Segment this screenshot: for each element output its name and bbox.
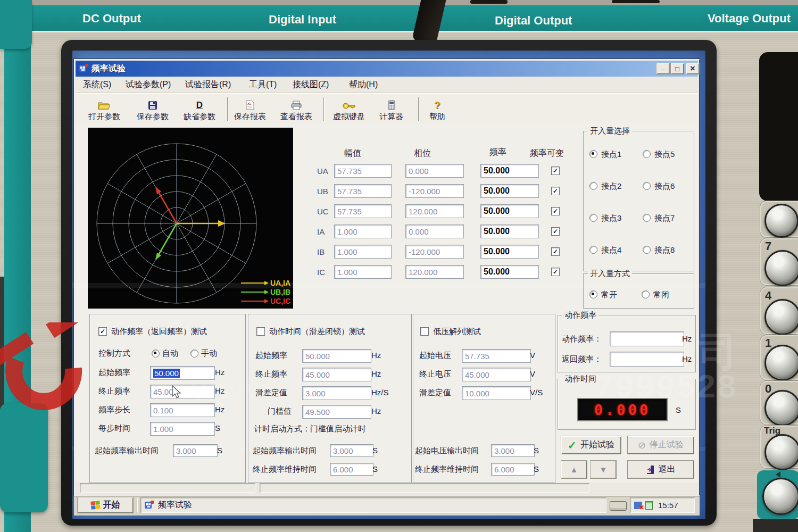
tt-start-freq-field[interactable]: 50.000 (302, 349, 371, 363)
row-label-uc: UC (317, 207, 329, 216)
toolbar-save-report[interactable]: XL 保存报表 (229, 96, 271, 122)
vt-start-volt-field[interactable]: 57.735 (462, 349, 531, 363)
printer-icon (290, 101, 302, 110)
ua-phase-field[interactable]: 0.000 (405, 164, 464, 178)
toolbar-help[interactable]: ? 帮助 (421, 96, 453, 122)
step-time-field[interactable]: 1.000 (150, 422, 215, 436)
vt-slip-field[interactable]: 10.000 (462, 386, 531, 400)
contact3-radio[interactable] (589, 214, 597, 222)
ic-freq-variable-checkbox[interactable]: ✓ (551, 268, 560, 276)
close-button[interactable]: × (686, 63, 699, 74)
toolbar-label: 保存参数 (137, 112, 169, 122)
uc-phase-field[interactable]: 120.000 (405, 204, 464, 218)
ia-phase-field[interactable]: 0.000 (405, 225, 464, 238)
value: 45.000 (465, 370, 489, 379)
timer-start-note: 计时启动方式：门槛值启动计时 (254, 424, 366, 434)
normally-open-radio[interactable] (589, 290, 597, 298)
toolbar-default-params[interactable]: D 缺省参数 (179, 96, 220, 122)
manual-radio[interactable] (190, 350, 198, 358)
contact5-radio[interactable] (643, 150, 651, 158)
menu-wiring-diagram[interactable]: 接线图(Z) (289, 77, 332, 93)
ib-frequency-field[interactable]: 50.000 (480, 245, 539, 259)
return-freq-unit: Hz (682, 354, 692, 363)
toolbar-calculator[interactable]: 计算器 (373, 96, 410, 122)
toolbar-virtual-keyboard[interactable]: 虚拟键盘 (328, 96, 370, 122)
menu-help[interactable]: 帮助(H) (346, 77, 381, 93)
exit-button[interactable]: 退出 (628, 461, 694, 478)
voltage-test-checkbox[interactable] (420, 327, 429, 336)
contact8-radio[interactable] (643, 246, 651, 254)
value: 0.000 (409, 167, 429, 176)
ua-amplitude-field[interactable]: 57.735 (334, 164, 392, 178)
toolbar-view-report[interactable]: 查看报表 (276, 96, 317, 122)
start-button[interactable]: 开始 (78, 497, 133, 513)
ub-frequency-field[interactable]: 50.000 (480, 184, 539, 198)
return-freq-field[interactable] (610, 352, 684, 367)
tt-hold-time-field[interactable]: 6.000 (330, 463, 373, 476)
knob-7[interactable] (764, 250, 798, 286)
ua-freq-variable-checkbox[interactable]: ✓ (551, 167, 560, 175)
auto-radio[interactable] (152, 350, 160, 358)
menu-test-report[interactable]: 试验报告(R) (182, 77, 234, 93)
tt-slip-unit: Hz/S (371, 388, 389, 397)
tt-end-freq-field[interactable]: 45.000 (302, 368, 371, 381)
start-test-button[interactable]: ✓ 开始试验 (561, 436, 621, 454)
knob-teal[interactable] (762, 478, 798, 515)
uc-frequency-field[interactable]: 50.000 (480, 204, 539, 218)
keyboard-tray-icon[interactable] (610, 501, 627, 511)
maximize-button[interactable]: □ (671, 63, 684, 74)
ic-phase-field[interactable]: 120.000 (405, 265, 464, 279)
ib-freq-variable-checkbox[interactable]: ✓ (551, 247, 560, 256)
network-error-icon[interactable]: ✕ (634, 502, 642, 509)
uc-freq-variable-checkbox[interactable]: ✓ (551, 207, 560, 215)
contact6-radio[interactable] (643, 182, 651, 190)
ub-phase-field[interactable]: -120.000 (405, 184, 464, 198)
ub-freq-variable-checkbox[interactable]: ✓ (551, 187, 560, 195)
value: 50.000 (484, 227, 510, 236)
taskbar-task-item[interactable]: 频率试验 (140, 497, 606, 513)
menu-test-params[interactable]: 试验参数(P) (122, 77, 174, 93)
knob-0[interactable] (764, 390, 798, 426)
ic-frequency-field[interactable]: 50.000 (480, 265, 539, 279)
vt-slip-unit: V/S (530, 388, 543, 397)
contact5-label: 接点5 (654, 149, 675, 160)
toolbar-open-params[interactable]: 打开参数 (84, 96, 125, 122)
vt-hold-time-field[interactable]: 6.000 (491, 463, 535, 476)
maximize-glyph: □ (675, 65, 679, 73)
step-up-button[interactable]: ▲ (561, 461, 587, 478)
knob-4[interactable] (764, 299, 798, 335)
manual-label: 手动 (201, 348, 217, 359)
contact1-radio[interactable] (589, 150, 597, 158)
knob-unlabeled[interactable] (764, 204, 798, 238)
ib-amplitude-field[interactable]: 1.000 (334, 245, 392, 259)
ia-freq-variable-checkbox[interactable]: ✓ (551, 227, 560, 236)
contact4-radio[interactable] (589, 246, 597, 254)
ia-amplitude-field[interactable]: 1.000 (334, 225, 392, 238)
stop-test-button[interactable]: ⊘ 停止试验 (628, 436, 694, 454)
minimize-button[interactable]: _ (656, 63, 669, 74)
knob-trig[interactable] (764, 434, 798, 470)
ua-frequency-field[interactable]: 50.000 (480, 164, 539, 178)
action-freq-field[interactable] (610, 331, 684, 346)
uc-amplitude-field[interactable]: 57.735 (334, 204, 392, 218)
contact7-radio[interactable] (643, 214, 651, 222)
ic-amplitude-field[interactable]: 1.000 (334, 265, 392, 279)
ub-amplitude-field[interactable]: 57.735 (334, 184, 392, 198)
tt-threshold-field[interactable]: 49.500 (302, 405, 371, 419)
contact2-radio[interactable] (589, 182, 597, 190)
toolbar-save-params[interactable]: 保存参数 (132, 96, 173, 122)
menu-system[interactable]: 系统(S) (80, 77, 114, 93)
menu-tools[interactable]: 工具(T) (246, 77, 280, 93)
title-bar[interactable]: 频率试验 (76, 61, 698, 77)
tt-slip-field[interactable]: 3.000 (302, 386, 371, 400)
ia-frequency-field[interactable]: 50.000 (480, 225, 539, 238)
knob-1[interactable] (764, 345, 798, 381)
normally-closed-radio[interactable] (642, 290, 650, 298)
time-test-checkbox[interactable] (256, 327, 265, 336)
ib-phase-field[interactable]: -120.000 (405, 245, 464, 259)
vt-end-volt-field[interactable]: 45.000 (462, 368, 531, 381)
green-tray-icon[interactable] (645, 501, 653, 510)
contact3-label: 接点3 (601, 213, 621, 223)
step-down-button[interactable]: ▼ (591, 461, 616, 478)
value: 6.000 (494, 465, 514, 474)
